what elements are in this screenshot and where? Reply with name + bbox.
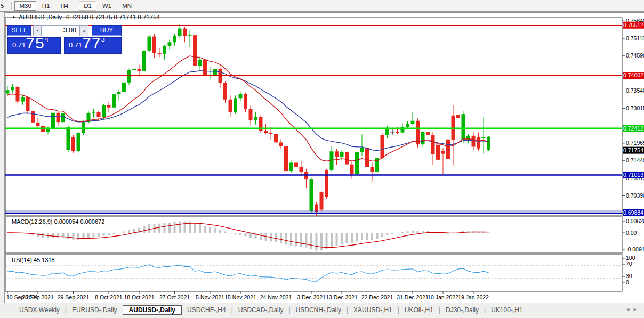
symbol-tab-UKOil-H1[interactable]: UKOil-,H1 [399,305,439,315]
macd-axis-label: 0.006201 [626,218,644,224]
date-axis-label: 3 Dec 2021 [297,294,326,300]
symbol-tab-EURUSD-Daily[interactable]: EURUSD-,Daily [67,305,123,315]
date-axis-label: 19 Jan 2022 [458,294,489,300]
date-axis-label: 24 Nov 2021 [260,294,292,300]
date-axis-label: 27 Oct 2021 [159,294,190,300]
sell-button[interactable]: SELL [7,25,31,36]
sell-price-button[interactable]: 0.71754 [7,37,61,54]
tab-scroll-arrows[interactable]: ◂▸ [626,306,641,313]
symbol-tab-USDX-Weekly[interactable]: USDX,Weekly [14,305,65,315]
price-axis-label: 0.71440 [626,157,644,164]
sell-price-big-digits: 75 [26,37,44,52]
price-level-badge: 0.71754 [623,147,643,153]
one-click-trading-panel: SELL ▼ 3.00 ▲ BUY 0.71754 0.71773 [7,25,122,54]
symbol-tab-DJ30-Daily[interactable]: DJ30-,Daily [440,305,484,315]
trading-platform-window: 5M30H1H4D1W1MN 0.756400.751150.745900.73… [0,0,644,318]
macd-indicator-label: MACD(12,26,9) 0.000054 0.000672 [12,218,104,225]
price-axis-label: 0.71965 [626,140,644,146]
buy-price-pip-digit: 3 [101,37,105,43]
price-axis-label: 0.70390 [626,192,644,199]
buy-button[interactable]: BUY [92,25,122,36]
rsi-indicator-label: RSI(14) 45.1318 [12,257,55,263]
rsi-axis-label: 0 [626,279,629,286]
date-axis-label: 29 Sep 2021 [58,294,90,300]
symbol-tab-USDCAD-Daily[interactable]: USDCAD-,Daily [233,305,289,315]
date-axis-label: 22 Dec 2021 [361,294,393,300]
price-axis-label: 0.74590 [626,52,644,59]
price-axis-label: 0.73015 [626,105,644,111]
volume-decrease-button[interactable]: ▼ [33,25,42,36]
symbol-tab-USDCHF-H4[interactable]: USDCHF-,H4 [182,305,231,315]
price-level-badge: 0.72412 [623,125,643,132]
buy-price-button[interactable]: 0.71773 [64,37,122,54]
price-axis-label: 0.73540 [626,87,644,94]
symbol-tab-bar: USDX,Weekly|EURUSD-,DailyAUDUSD-,DailyUS… [0,304,644,315]
date-axis-label: 10 Jan 2022 [428,294,458,300]
date-axis-label: 18 Oct 2021 [124,294,154,300]
price-level-badge: 0.71013 [623,172,643,178]
date-axis-label: 5 Nov 2021 [196,294,224,300]
chart-ohlc-values: 0.72158 0.72175 0.71741 0.71754 [66,14,160,20]
rsi-axis-label: 70 [626,260,632,267]
volume-input[interactable]: 3.00 [42,25,80,36]
macd-axis-label: -0.009197 [626,246,644,252]
macd-axis-label: 0.00 [626,230,637,236]
volume-increase-button[interactable]: ▲ [80,25,88,36]
price-level-badge: 0.74002 [623,72,643,78]
price-axis-label: 0.75115 [626,35,644,42]
sell-price-pip-digit: 4 [45,37,49,43]
date-axis-label: 31 Dec 2021 [397,294,429,300]
chart-symbol-label: AUDUSD-,Daily [19,14,62,20]
collapse-triangle-icon: ▲ [12,14,16,19]
price-level-badge: 0.75512 [623,22,643,28]
symbol-tab-USDCNH-Daily[interactable]: USDCNH-,Daily [291,305,347,315]
chart-title: ▲AUDUSD-,Daily0.72158 0.72175 0.71741 0.… [12,14,160,20]
symbol-tab-XAUUSD-H1[interactable]: XAUUSD-,H1 [348,305,398,315]
price-level-badge: 0.69884 [623,209,643,216]
symbol-tab-AUDUSD-Daily[interactable]: AUDUSD-,Daily [123,305,182,315]
buy-price-big-digits: 77 [82,37,101,52]
date-axis-label: 20 Sep 2021 [22,294,54,300]
date-axis-label: 13 Dec 2021 [326,294,358,300]
symbol-tab-UK100-H1[interactable]: UK100-,H1 [486,305,528,315]
buy-price-prefix: 0.71 [69,41,82,49]
sell-price-prefix: 0.71 [12,41,26,49]
date-axis-label: 15 Nov 2021 [224,294,256,300]
date-axis-label: 8 Oct 2021 [95,294,123,300]
rsi-axis-label: 30 [626,273,632,279]
